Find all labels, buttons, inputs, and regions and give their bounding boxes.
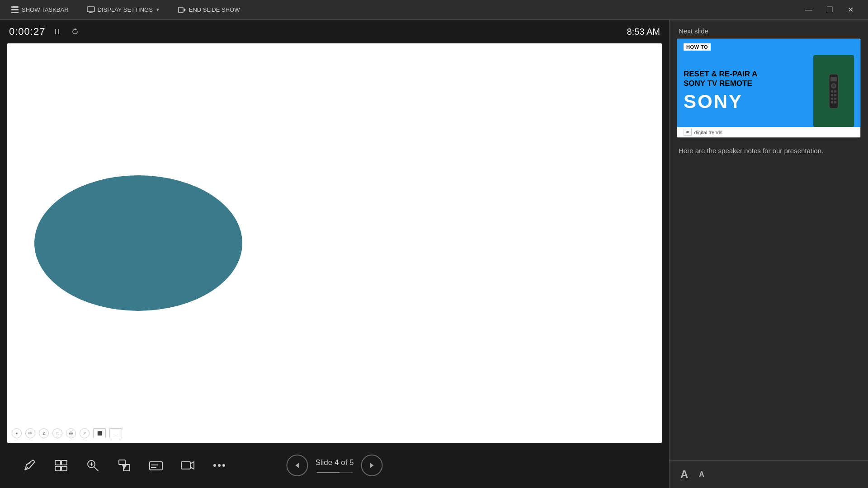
svg-rect-44 [834, 101, 836, 103]
svg-rect-0 [11, 6, 19, 8]
svg-rect-40 [834, 94, 836, 96]
show-taskbar-button[interactable]: SHOW TASKBAR [7, 4, 72, 16]
display-settings-chevron: ▼ [156, 7, 160, 12]
slide-ellipse [34, 175, 242, 311]
timer-left: 0:00:27 [9, 25, 81, 38]
end-slideshow-button[interactable]: END SLIDE SHOW [175, 4, 244, 16]
magnify-icon[interactable]: ⊕ [66, 428, 76, 438]
sony-title-line2: SONY TV REMOTE [684, 79, 809, 88]
pen-tool-icon[interactable]: ✏ [25, 428, 35, 438]
svg-point-29 [218, 464, 221, 467]
main-content: 0:00:27 8:53 AM [0, 20, 868, 488]
close-button[interactable]: ✕ [840, 0, 861, 20]
svg-rect-12 [55, 460, 61, 465]
slide-tools-overlay: ● ✏ Z ◻ ⊕ ↗ ⬛ — [12, 428, 122, 438]
svg-marker-7 [184, 8, 186, 12]
logo-label: digital trends [694, 130, 722, 135]
svg-rect-20 [119, 460, 125, 465]
svg-rect-2 [11, 12, 19, 13]
restore-button[interactable]: ❐ [819, 0, 840, 20]
minimize-button[interactable]: — [798, 0, 819, 20]
svg-rect-38 [834, 90, 836, 93]
timer-bar: 0:00:27 8:53 AM [0, 20, 669, 43]
show-taskbar-label: SHOW TASKBAR [22, 6, 69, 13]
elapsed-timer: 0:00:27 [9, 26, 45, 38]
svg-point-30 [222, 464, 225, 467]
svg-marker-27 [190, 462, 194, 469]
pause-timer-button[interactable] [51, 25, 63, 38]
sony-brand: SONY [684, 91, 809, 113]
taskbar-icon [11, 6, 19, 14]
svg-marker-22 [122, 465, 127, 469]
top-toolbar: SHOW TASKBAR DISPLAY SETTINGS ▼ END SLID… [0, 0, 868, 20]
svg-rect-9 [58, 29, 59, 34]
svg-marker-32 [370, 463, 374, 468]
next-slide-label: Next slide [670, 20, 868, 38]
display-settings-icon [87, 6, 95, 14]
zoom-button[interactable] [81, 454, 104, 477]
svg-point-28 [213, 464, 216, 467]
eraser-icon[interactable]: ◻ [52, 428, 62, 438]
pointer-icon[interactable]: ↗ [80, 428, 90, 438]
svg-rect-43 [831, 101, 833, 103]
decrease-font-button[interactable]: A [697, 469, 706, 480]
pointer-tool-button[interactable] [113, 454, 136, 477]
all-slides-button[interactable] [50, 454, 72, 477]
video-button[interactable] [176, 454, 199, 477]
presenter-right: Next slide HOW TO RESET & RE-PAIR A SONY… [669, 20, 868, 488]
svg-rect-42 [834, 98, 836, 100]
increase-font-button[interactable]: A [679, 466, 690, 483]
svg-marker-31 [295, 463, 299, 468]
more-options-icon[interactable]: — [109, 428, 122, 438]
svg-rect-23 [150, 462, 162, 470]
font-size-controls: A A [670, 460, 868, 488]
next-slide-button[interactable] [361, 455, 383, 476]
pen-tool-button[interactable] [18, 454, 41, 477]
slide-progress [316, 472, 353, 473]
bottom-toolbar [9, 447, 240, 483]
bottom-area: Slide 4 of 5 [0, 443, 669, 488]
end-slideshow-label: END SLIDE SHOW [189, 6, 240, 13]
remote-icon [822, 70, 845, 113]
slide-indicator: Slide 4 of 5 [315, 458, 354, 467]
more-tools-button[interactable] [208, 454, 231, 477]
svg-rect-15 [61, 466, 67, 471]
svg-rect-8 [55, 29, 56, 34]
svg-rect-1 [11, 9, 19, 10]
subtitles-button[interactable] [145, 454, 167, 477]
speaker-notes: Here are the speaker notes for our prese… [670, 138, 868, 460]
svg-rect-41 [831, 98, 833, 100]
svg-rect-26 [181, 462, 190, 469]
how-to-label: HOW TO [684, 43, 711, 51]
svg-rect-14 [55, 466, 61, 471]
display-settings-button[interactable]: DISPLAY SETTINGS ▼ [83, 4, 164, 16]
svg-line-17 [94, 467, 98, 471]
end-slideshow-icon [178, 6, 186, 14]
next-slide-preview[interactable]: HOW TO RESET & RE-PAIR A SONY TV REMOTE … [677, 38, 861, 138]
prev-slide-button[interactable] [286, 455, 308, 476]
camera-icon[interactable]: ⬛ [93, 428, 106, 438]
svg-point-36 [832, 84, 835, 87]
svg-rect-6 [179, 7, 183, 13]
slide-content [7, 43, 662, 443]
slide-progress-fill [316, 472, 340, 473]
svg-rect-13 [61, 460, 67, 465]
current-time: 8:53 AM [627, 27, 660, 37]
svg-rect-39 [831, 94, 833, 96]
sony-title-line1: RESET & RE-PAIR A [684, 70, 809, 79]
svg-rect-34 [830, 77, 837, 81]
window-controls: — ❐ ✕ [798, 0, 861, 20]
speaker-notes-text: Here are the speaker notes for our prese… [679, 147, 823, 155]
slide-display[interactable]: ● ✏ Z ◻ ⊕ ↗ ⬛ — [7, 43, 662, 443]
digital-trends-logo: dt [684, 129, 692, 136]
presenter-left: 0:00:27 8:53 AM [0, 20, 669, 488]
sony-thumbnail: HOW TO RESET & RE-PAIR A SONY TV REMOTE … [677, 39, 860, 137]
display-settings-label: DISPLAY SETTINGS [98, 6, 153, 13]
svg-rect-3 [87, 7, 94, 12]
highlighter-icon[interactable]: Z [39, 428, 49, 438]
svg-rect-37 [831, 90, 833, 93]
laser-pointer-icon[interactable]: ● [12, 428, 22, 438]
reset-timer-button[interactable] [69, 25, 81, 38]
